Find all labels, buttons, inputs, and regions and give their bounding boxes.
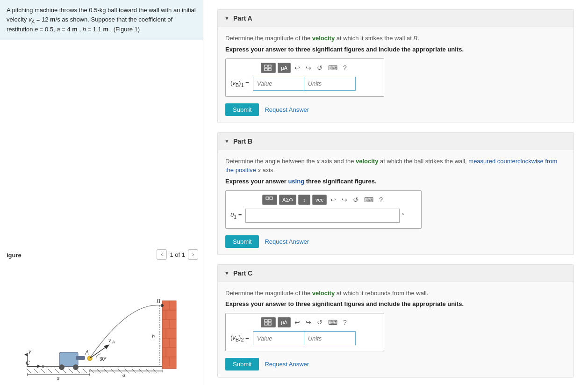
part-b-undo-btn[interactable]: ↩ bbox=[329, 195, 338, 205]
part-b-redo-btn[interactable]: ↪ bbox=[340, 195, 349, 205]
figure-svg: B A bbox=[0, 263, 203, 385]
part-b-arrow: ▼ bbox=[224, 138, 229, 144]
part-c-undo-btn[interactable]: ↩ bbox=[293, 317, 302, 327]
part-c-section: ▼ Part C Determine the magnitude of the … bbox=[217, 264, 574, 378]
part-c-help-btn[interactable]: ? bbox=[341, 317, 349, 327]
part-a-mu-btn[interactable]: μA bbox=[278, 63, 291, 73]
part-b-help-btn[interactable]: ? bbox=[377, 195, 385, 205]
part-b-input-row: θ1 = ° bbox=[230, 209, 416, 223]
part-a-toolbar: μA ↩ ↪ ↺ ⌨ ? bbox=[230, 63, 379, 73]
figure-nav: ‹ 1 of 1 › bbox=[0, 249, 203, 260]
svg-rect-61 bbox=[265, 65, 267, 67]
part-a-section: ▼ Part A Determine the magnitude of the … bbox=[217, 9, 574, 123]
svg-line-3 bbox=[41, 369, 45, 373]
part-c-question: Determine the magnitude of the velocity … bbox=[225, 289, 566, 298]
part-c-arrow: ▼ bbox=[224, 270, 229, 276]
svg-rect-36 bbox=[59, 352, 78, 366]
svg-rect-39 bbox=[76, 356, 85, 360]
part-a-units-input[interactable] bbox=[304, 77, 356, 91]
svg-rect-63 bbox=[265, 68, 267, 71]
svg-line-9 bbox=[83, 369, 87, 373]
part-b-vec-btn[interactable]: vec bbox=[312, 195, 327, 205]
part-c-header[interactable]: ▼ Part C bbox=[218, 265, 574, 282]
part-b-request-answer-link[interactable]: Request Answer bbox=[265, 238, 309, 245]
next-figure-button[interactable]: › bbox=[188, 249, 198, 260]
svg-text:y: y bbox=[28, 349, 32, 354]
part-b-sigma-btn[interactable]: ΑΣΦ bbox=[279, 195, 296, 205]
part-b-section: ▼ Part B Determine the angle between the… bbox=[217, 132, 574, 255]
svg-text:v: v bbox=[108, 337, 112, 343]
left-panel: A pitching machine throws the 0.5-kg bal… bbox=[0, 0, 203, 385]
svg-line-2 bbox=[34, 369, 38, 373]
svg-line-7 bbox=[69, 369, 73, 373]
part-c-reset-btn[interactable]: ↺ bbox=[315, 317, 324, 327]
right-panel: ▼ Part A Determine the magnitude of the … bbox=[203, 0, 588, 385]
part-a-answer-box: μA ↩ ↪ ↺ ⌨ ? (vB)1 = bbox=[225, 58, 384, 97]
part-b-question: Determine the angle between the x axis a… bbox=[225, 157, 566, 175]
part-c-input-label: (vB)2 = bbox=[230, 334, 249, 342]
part-a-matrix-btn[interactable] bbox=[261, 63, 276, 73]
part-b-angle-input[interactable] bbox=[245, 209, 400, 223]
part-b-degree-symbol: ° bbox=[402, 212, 404, 219]
part-b-instruction: Express your answer using three signific… bbox=[225, 178, 566, 185]
svg-line-1 bbox=[27, 369, 31, 373]
part-c-request-answer-link[interactable]: Request Answer bbox=[265, 361, 309, 368]
svg-point-37 bbox=[59, 364, 65, 370]
part-a-input-label: (vB)1 = bbox=[230, 80, 249, 88]
part-b-submit-button[interactable]: Submit bbox=[225, 235, 259, 248]
svg-rect-68 bbox=[268, 320, 271, 322]
part-c-toolbar: μA ↩ ↪ ↺ ⌨ ? bbox=[230, 317, 379, 327]
prev-figure-button[interactable]: ‹ bbox=[157, 249, 167, 260]
part-c-matrix-btn[interactable] bbox=[261, 317, 276, 327]
svg-rect-62 bbox=[268, 65, 271, 67]
svg-line-5 bbox=[55, 369, 59, 373]
part-a-help-btn[interactable]: ? bbox=[341, 63, 349, 73]
part-c-units-input[interactable] bbox=[304, 331, 356, 345]
part-a-title: Part A bbox=[233, 15, 252, 22]
part-a-input-row: (vB)1 = bbox=[230, 77, 379, 91]
part-b-toolbar: ΑΣΦ ↕ vec ↩ ↪ ↺ ⌨ ? bbox=[230, 195, 416, 205]
svg-rect-67 bbox=[265, 320, 267, 322]
part-c-instruction: Express your answer to three significant… bbox=[225, 300, 566, 307]
part-b-keyboard-btn[interactable]: ⌨ bbox=[362, 195, 375, 205]
part-c-value-input[interactable] bbox=[253, 331, 304, 345]
part-a-question: Determine the magnitude of the velocity … bbox=[225, 34, 566, 43]
part-a-body: Determine the magnitude of the velocity … bbox=[218, 27, 574, 123]
part-a-arrow: ▼ bbox=[224, 15, 229, 21]
part-a-reset-btn[interactable]: ↺ bbox=[315, 63, 324, 73]
part-c-mu-btn[interactable]: μA bbox=[278, 317, 291, 327]
part-c-keyboard-btn[interactable]: ⌨ bbox=[326, 317, 339, 327]
part-b-reset-btn[interactable]: ↺ bbox=[351, 195, 360, 205]
part-b-body: Determine the angle between the x axis a… bbox=[218, 150, 574, 254]
part-a-undo-btn[interactable]: ↩ bbox=[293, 63, 302, 73]
figure-count: 1 of 1 bbox=[170, 251, 185, 258]
part-b-arrow-btn[interactable]: ↕ bbox=[298, 195, 310, 205]
svg-rect-66 bbox=[270, 197, 272, 199]
svg-rect-64 bbox=[268, 68, 271, 71]
svg-rect-70 bbox=[268, 323, 271, 325]
part-a-request-answer-link[interactable]: Request Answer bbox=[265, 106, 309, 113]
part-c-submit-button[interactable]: Submit bbox=[225, 358, 259, 370]
part-c-action-row: Submit Request Answer bbox=[225, 358, 566, 370]
svg-rect-65 bbox=[266, 197, 269, 199]
problem-text: A pitching machine throws the 0.5-kg bal… bbox=[0, 0, 203, 40]
svg-text:30°: 30° bbox=[100, 356, 107, 362]
part-a-redo-btn[interactable]: ↪ bbox=[304, 63, 313, 73]
svg-rect-69 bbox=[265, 323, 267, 325]
part-c-input-row: (vB)2 = bbox=[230, 331, 379, 345]
svg-text:A: A bbox=[112, 340, 115, 344]
part-a-action-row: Submit Request Answer bbox=[225, 103, 566, 116]
figure-area: igure ‹ 1 of 1 › bbox=[0, 40, 203, 385]
part-b-action-row: Submit Request Answer bbox=[225, 235, 566, 248]
svg-text:s: s bbox=[57, 375, 60, 380]
svg-text:B: B bbox=[157, 298, 160, 305]
part-b-header[interactable]: ▼ Part B bbox=[218, 133, 574, 150]
part-b-matrix-btn[interactable] bbox=[262, 195, 277, 205]
svg-text:a: a bbox=[122, 372, 125, 378]
part-a-submit-button[interactable]: Submit bbox=[225, 103, 259, 116]
part-c-redo-btn[interactable]: ↪ bbox=[304, 317, 313, 327]
part-a-value-input[interactable] bbox=[253, 77, 304, 91]
part-a-header[interactable]: ▼ Part A bbox=[218, 10, 574, 27]
part-b-title: Part B bbox=[233, 138, 252, 145]
part-a-keyboard-btn[interactable]: ⌨ bbox=[326, 63, 339, 73]
